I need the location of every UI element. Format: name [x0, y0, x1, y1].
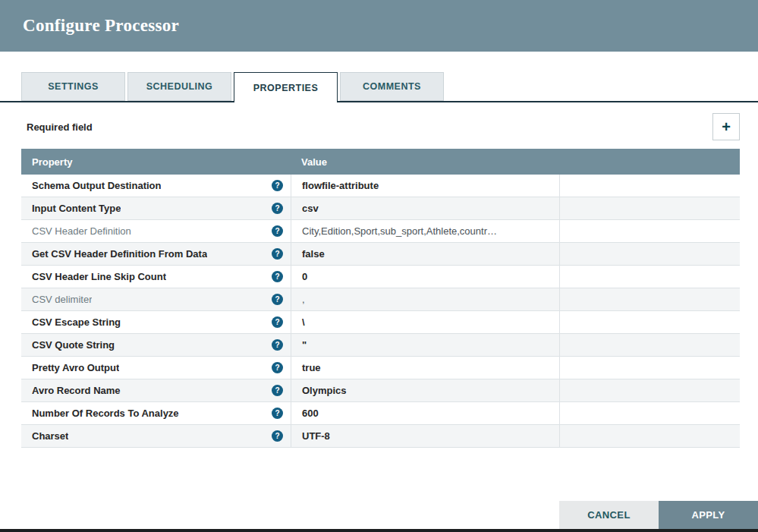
tab-settings[interactable]: SETTINGS — [21, 72, 125, 101]
property-cell: Charset? — [21, 425, 291, 447]
help-icon[interactable]: ? — [272, 316, 283, 328]
table-row: Avro Record Name?Olympics — [21, 379, 740, 402]
table-row: Schema Output Destination?flowfile-attri… — [21, 175, 740, 197]
property-cell: Input Content Type? — [21, 197, 291, 219]
property-value[interactable]: flowfile-attribute — [291, 175, 559, 197]
property-value[interactable]: Olympics — [291, 379, 559, 401]
table-row: CSV Header Line Skip Count?0 — [21, 266, 740, 288]
property-value[interactable]: City,Edition,Sport,sub_sport,Athlete,cou… — [291, 220, 559, 242]
table-row: Input Content Type?csv — [21, 197, 740, 220]
property-cell: CSV delimiter? — [21, 288, 291, 310]
tab-scheduling[interactable]: SCHEDULING — [127, 72, 231, 101]
row-extra-cell — [559, 357, 740, 379]
row-extra-cell — [559, 197, 740, 219]
row-extra-cell — [559, 175, 740, 197]
property-name: Get CSV Header Definition From Data — [32, 248, 207, 260]
row-extra-cell — [559, 288, 740, 310]
dialog-header: Configure Processor — [0, 0, 758, 52]
property-name: Number Of Records To Analyze — [32, 408, 179, 419]
property-name: Pretty Avro Output — [32, 362, 119, 373]
help-icon[interactable]: ? — [272, 339, 283, 351]
help-icon[interactable]: ? — [272, 294, 283, 305]
row-extra-cell — [559, 311, 740, 333]
tab-comments[interactable]: COMMENTS — [340, 72, 444, 101]
row-extra-cell — [559, 379, 740, 401]
property-name: Input Content Type — [32, 203, 121, 214]
help-icon[interactable]: ? — [272, 430, 283, 442]
help-icon[interactable]: ? — [272, 203, 283, 214]
table-row: Pretty Avro Output?true — [21, 357, 740, 379]
help-icon[interactable]: ? — [272, 362, 283, 373]
row-extra-cell — [559, 425, 740, 447]
row-extra-cell — [559, 266, 740, 288]
column-header-value: Value — [291, 156, 559, 168]
property-cell: Schema Output Destination? — [21, 175, 291, 197]
dialog-footer: CANCEL APPLY — [559, 501, 758, 529]
required-field-label: Required field — [27, 121, 93, 133]
tab-properties[interactable]: PROPERTIES — [234, 72, 338, 102]
property-table-body: Schema Output Destination?flowfile-attri… — [21, 175, 740, 448]
property-cell: CSV Quote String? — [21, 334, 291, 356]
table-row: Charset?UTF-8 — [21, 425, 740, 448]
property-value[interactable]: , — [291, 288, 559, 310]
row-extra-cell — [559, 243, 740, 265]
property-value[interactable]: 0 — [291, 266, 559, 288]
help-icon[interactable]: ? — [272, 248, 283, 260]
help-icon[interactable]: ? — [272, 408, 283, 419]
plus-icon: + — [722, 118, 731, 136]
property-value[interactable]: \ — [291, 311, 559, 333]
property-value[interactable]: csv — [291, 197, 559, 219]
property-value[interactable]: true — [291, 357, 559, 379]
canvas-bottom-edge — [0, 529, 758, 532]
help-icon[interactable]: ? — [272, 271, 283, 282]
property-cell: Get CSV Header Definition From Data? — [21, 243, 291, 265]
property-name: CSV Header Line Skip Count — [32, 271, 166, 282]
property-cell: Pretty Avro Output? — [21, 357, 291, 379]
properties-toolbar: Required field + — [0, 102, 758, 149]
row-extra-cell — [559, 402, 740, 424]
table-row: CSV Quote String?" — [21, 334, 740, 357]
property-value[interactable]: " — [291, 334, 559, 356]
property-cell: CSV Header Definition? — [21, 220, 291, 242]
table-header: Property Value — [21, 149, 740, 175]
column-header-property: Property — [21, 156, 291, 168]
dialog-title: Configure Processor — [23, 16, 179, 36]
property-name: Schema Output Destination — [32, 180, 161, 191]
property-name: CSV Escape String — [32, 316, 121, 328]
property-cell: CSV Escape String? — [21, 311, 291, 333]
cancel-button[interactable]: CANCEL — [559, 501, 659, 529]
property-name: Charset — [32, 430, 68, 442]
table-row: CSV Header Definition?City,Edition,Sport… — [21, 220, 740, 243]
add-property-button[interactable]: + — [712, 113, 740, 140]
property-cell: Number Of Records To Analyze? — [21, 402, 291, 424]
help-icon[interactable]: ? — [272, 225, 283, 237]
help-icon[interactable]: ? — [272, 385, 283, 396]
property-name: CSV Quote String — [32, 339, 115, 351]
row-extra-cell — [559, 334, 740, 356]
table-row: CSV Escape String?\ — [21, 311, 740, 334]
property-name: CSV delimiter — [32, 294, 92, 305]
property-name: CSV Header Definition — [32, 225, 131, 237]
configure-processor-dialog: Configure Processor SETTINGS SCHEDULING … — [0, 0, 758, 532]
property-value[interactable]: 600 — [291, 402, 559, 424]
row-extra-cell — [559, 220, 740, 242]
apply-button[interactable]: APPLY — [659, 501, 758, 529]
table-row: CSV delimiter?, — [21, 288, 740, 311]
property-cell: Avro Record Name? — [21, 379, 291, 401]
property-cell: CSV Header Line Skip Count? — [21, 266, 291, 288]
property-name: Avro Record Name — [32, 385, 121, 396]
table-row: Get CSV Header Definition From Data?fals… — [21, 243, 740, 266]
tab-bar: SETTINGS SCHEDULING PROPERTIES COMMENTS — [0, 72, 758, 102]
table-row: Number Of Records To Analyze?600 — [21, 402, 740, 425]
property-value[interactable]: false — [291, 243, 559, 265]
property-table: Property Value Schema Output Destination… — [21, 149, 740, 448]
property-value[interactable]: UTF-8 — [291, 425, 559, 447]
help-icon[interactable]: ? — [272, 180, 283, 191]
